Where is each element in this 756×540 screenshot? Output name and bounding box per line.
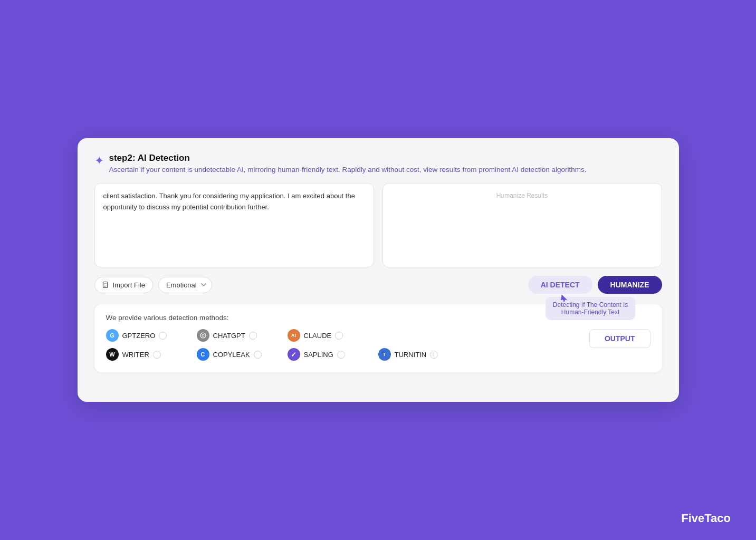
step-title: step2: AI Detection [109,153,587,163]
writer-name: WRITER [122,351,149,359]
main-card: ✦ step2: AI Detection Ascertain if your … [78,138,679,402]
detectors-grid: G GPTZERO CHATGPT AI CLA [106,329,650,361]
tooltip-line2: Human-Friendly Text [561,308,619,316]
sapling-logo: ✓ [288,348,300,361]
output-text-panel: Humanize Results [382,183,662,267]
svg-point-4 [200,333,206,338]
import-file-button[interactable]: Import File [94,277,153,293]
input-text-panel[interactable]: client satisfaction. Thank you for consi… [94,183,374,267]
humanize-button[interactable]: HUMANIZE [598,276,662,294]
copyleak-name: COPYLEAK [213,351,250,359]
detector-row-1: G GPTZERO CHATGPT AI CLA [106,329,650,342]
claude-logo: AI [288,329,300,342]
output-button[interactable]: OUTPUT [589,329,650,348]
sapling-name: SAPLING [304,351,333,359]
chatgpt-logo [197,329,209,342]
detector-item-sapling: ✓ SAPLING [288,348,361,361]
claude-name: CLAUDE [304,332,332,340]
sparkle-icon: ✦ [94,154,104,168]
detector-item-claude: AI CLAUDE [288,329,361,342]
brand-name: FiveTaco [681,512,731,525]
toolbar-left: Import File Emotional Formal Casual Simp… [94,277,212,293]
detector-row-2: W WRITER C COPYLEAK ✓ SAPLING T TURNITIN [106,348,650,361]
toolbar-row: Import File Emotional Formal Casual Simp… [94,276,662,294]
input-text-content: client satisfaction. Thank you for consi… [103,192,355,211]
toolbar-right: AI DETECT HUMANIZE Detecting If The Cont… [528,276,662,294]
editor-row: client satisfaction. Thank you for consi… [94,183,662,267]
writer-radio[interactable] [153,351,161,359]
detector-item-turnitin: T TURNITIN i [378,348,452,361]
detector-item-writer: W WRITER [106,348,180,361]
import-label: Import File [113,281,145,289]
gptzero-radio[interactable] [159,332,167,340]
step-subtitle: Ascertain if your content is undetectabl… [109,166,587,173]
copyleak-radio[interactable] [254,351,262,359]
chatgpt-name: CHATGPT [213,332,245,340]
turnitin-logo: T [378,348,391,361]
copyleak-logo: C [197,348,209,361]
turnitin-name: TURNITIN [395,351,427,359]
writer-logo: W [106,348,119,361]
sapling-radio[interactable] [337,351,345,359]
gptzero-logo: G [106,329,119,342]
ai-detect-button[interactable]: AI DETECT [528,276,592,294]
output-placeholder-label: Humanize Results [496,192,548,199]
chatgpt-radio[interactable] [249,332,257,340]
detector-item-copyleak: C COPYLEAK [197,348,271,361]
card-header: ✦ step2: AI Detection Ascertain if your … [94,153,662,173]
import-icon [102,281,110,288]
ai-detect-tooltip: Detecting If The Content Is Human-Friend… [546,297,636,320]
detector-item-chatgpt: CHATGPT [197,329,271,342]
turnitin-info-icon[interactable]: i [430,351,438,359]
claude-radio[interactable] [335,332,343,340]
detector-item-gptzero: G GPTZERO [106,329,180,342]
cursor-icon [561,294,568,303]
header-text: step2: AI Detection Ascertain if your co… [109,153,587,173]
gptzero-name: GPTZERO [122,332,156,340]
style-dropdown[interactable]: Emotional Formal Casual Simple [158,277,212,293]
